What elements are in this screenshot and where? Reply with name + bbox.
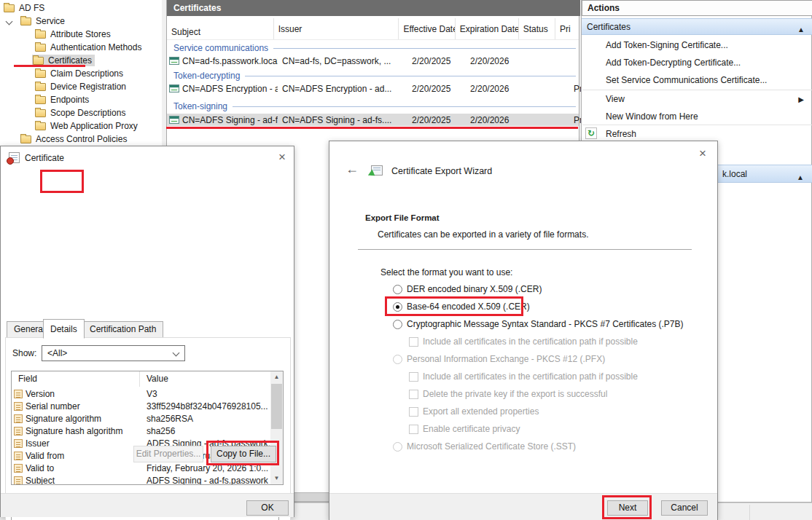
tree-item-certificates[interactable]: Certificates [0, 54, 162, 67]
scrollbar-thumb[interactable] [271, 384, 282, 429]
checkbox-include-all-certs-pfx: Include all certificates in the certific… [409, 369, 638, 384]
status-bar-divider [749, 505, 750, 520]
tree-item-adfs[interactable]: AD FS [0, 1, 162, 15]
action-view[interactable]: View [606, 92, 625, 106]
tree-item-endpoints[interactable]: Endpoints [0, 93, 162, 106]
certificate-row-service-communications[interactable]: CN=ad-fs.passwork.local CN=ad-fs, DC=pas… [167, 55, 579, 67]
folder-icon [35, 96, 46, 104]
collapse-icon[interactable]: ▲ [797, 22, 805, 38]
tree-item-label: Authentication Methods [50, 42, 141, 52]
chevron-down-icon [173, 350, 180, 357]
column-header-expiration-date[interactable]: Expiration Date [456, 18, 519, 39]
field-icon [14, 439, 23, 448]
checkbox-enable-certificate-privacy: Enable certificate privacy [409, 422, 520, 436]
radio-pfx: Personal Information Exchange - PKCS #12… [393, 352, 605, 366]
tab-certification-path[interactable]: Certification Path [82, 321, 163, 338]
tree-item-claim-descriptions[interactable]: Claim Descriptions [0, 67, 162, 80]
action-add-token-signing-certificate[interactable]: Add Token-Signing Certificate... [606, 39, 728, 52]
tree-item-label: Endpoints [50, 95, 89, 105]
action-add-token-decrypting-certificate[interactable]: Add Token-Decrypting Certificate... [606, 56, 741, 69]
column-header-effective-date[interactable]: Effective Date [399, 18, 455, 39]
checkbox-icon [409, 425, 418, 434]
scroll-down-icon[interactable]: ▼ [270, 473, 283, 484]
radio-icon [393, 442, 402, 452]
radio-der-encoded[interactable]: DER encoded binary X.509 (.CER) [393, 282, 542, 296]
column-header-status[interactable]: Status [519, 18, 555, 39]
field-row-signature-hash-algorithm[interactable]: Signature hash algorithmsha256 [12, 425, 271, 437]
actions-section-certificate-partial[interactable]: k.local ▲ [718, 165, 812, 183]
close-icon[interactable]: × [273, 150, 291, 166]
adfs-management-console: AD FS Service Attribute Stores Authentic… [0, 0, 812, 520]
field-row-signature-algorithm[interactable]: Signature algorithmsha256RSA [12, 412, 271, 425]
field-value-list: Field Value VersionV3 Serial number33ff5… [11, 371, 284, 485]
copy-to-file-button[interactable]: Copy to File... [211, 446, 276, 462]
certificate-row-token-signing-selected[interactable]: CN=ADFS Signing - ad-fs.p... CN=ADFS Sig… [167, 114, 579, 126]
column-header-issuer[interactable]: Issuer [274, 18, 399, 39]
field-icon [14, 390, 23, 398]
submenu-arrow-icon: ▶ [798, 95, 804, 103]
field-row-valid-to[interactable]: Valid toFriday, February 20, 2026 1:0... [12, 462, 271, 474]
certificate-row-token-decrypting[interactable]: CN=ADFS Encryption - ad-f... CN=ADFS Enc… [167, 82, 579, 95]
tree-item-attribute-stores[interactable]: Attribute Stores [0, 28, 162, 41]
column-header-primary[interactable]: Pri [555, 18, 579, 39]
folder-icon [33, 57, 44, 65]
radio-base64-encoded-selected[interactable]: Base-64 encoded X.509 (.CER) [393, 299, 530, 314]
tree-item-label: Service [36, 16, 65, 26]
certificate-export-wizard: × ← Certificate Export Wizard Export Fil… [329, 141, 718, 520]
show-dropdown[interactable]: <All> [42, 345, 185, 361]
separator [358, 249, 692, 250]
action-new-window-from-here[interactable]: New Window from Here [606, 110, 698, 123]
next-button[interactable]: Next [607, 500, 648, 516]
tree-item-label: AD FS [19, 3, 44, 13]
checkbox-icon [409, 372, 418, 382]
tree-item-scope-descriptions[interactable]: Scope Descriptions [0, 106, 162, 119]
close-icon[interactable]: × [694, 146, 711, 162]
page-heading: Export File Format [365, 213, 440, 222]
field-row-version[interactable]: VersionV3 [12, 387, 271, 400]
panel-title: Certificates [167, 0, 580, 16]
chevron-expanded-icon[interactable] [6, 17, 13, 25]
refresh-icon: ↻ [585, 127, 597, 139]
field-row-subject[interactable]: SubjectADFS Signing - ad-fs.passwork [12, 474, 271, 485]
tree-item-device-registration[interactable]: Device Registration [0, 80, 162, 93]
action-set-service-communications-certificate[interactable]: Set Service Communications Certificate..… [606, 74, 767, 87]
collapse-icon[interactable]: ▲ [797, 169, 804, 186]
field-icon [14, 402, 23, 411]
actions-section-certificates[interactable]: Certificates ▲ [582, 18, 812, 35]
tab-details[interactable]: Details [43, 319, 85, 339]
folder-icon [4, 4, 15, 12]
radio-icon [393, 355, 402, 364]
list-column-headers: Subject Issuer Effective Date Expiration… [167, 18, 579, 40]
field-icon [14, 464, 23, 473]
actions-panel-title: Actions [582, 0, 812, 16]
folder-icon [35, 31, 46, 39]
field-row-serial-number[interactable]: Serial number33ff5294b8f324b0476928105..… [12, 400, 271, 412]
tree-item-service[interactable]: Service [0, 15, 162, 28]
field-icon [14, 476, 23, 485]
radio-pkcs7[interactable]: Cryptographic Message Syntax Standard - … [393, 317, 684, 331]
certificate-dialog: Certificate × General Details Certificat… [0, 146, 294, 517]
tree-item-label: Claim Descriptions [50, 68, 123, 79]
format-prompt: Select the format you want to use: [380, 267, 512, 277]
tree-item-authentication-methods[interactable]: Authentication Methods [0, 41, 162, 54]
field-icon [14, 427, 23, 436]
vertical-scrollbar[interactable]: ▲ ▼ [270, 371, 283, 484]
tree-item-web-application-proxy[interactable]: Web Application Proxy [0, 119, 162, 133]
ok-button[interactable]: OK [246, 500, 289, 516]
tree-item-label: Scope Descriptions [50, 108, 125, 118]
cancel-button[interactable]: Cancel [661, 500, 708, 516]
certificate-icon [169, 116, 179, 124]
action-refresh[interactable]: Refresh [606, 127, 636, 141]
column-header-subject[interactable]: Subject [167, 18, 274, 39]
folder-icon [20, 17, 31, 25]
checkbox-icon [409, 337, 418, 347]
tree-item-access-control-policies[interactable]: Access Control Policies [0, 133, 162, 146]
group-header-service-communications: Service communications [167, 42, 579, 54]
group-header-token-signing: Token-signing [167, 101, 579, 112]
radio-selected-icon [393, 302, 402, 312]
scroll-up-icon[interactable]: ▲ [270, 371, 283, 383]
column-header-field[interactable]: Field [12, 371, 140, 387]
back-arrow-icon[interactable]: ← [346, 162, 359, 177]
radio-icon [393, 285, 402, 294]
column-header-value[interactable]: Value [140, 371, 168, 387]
